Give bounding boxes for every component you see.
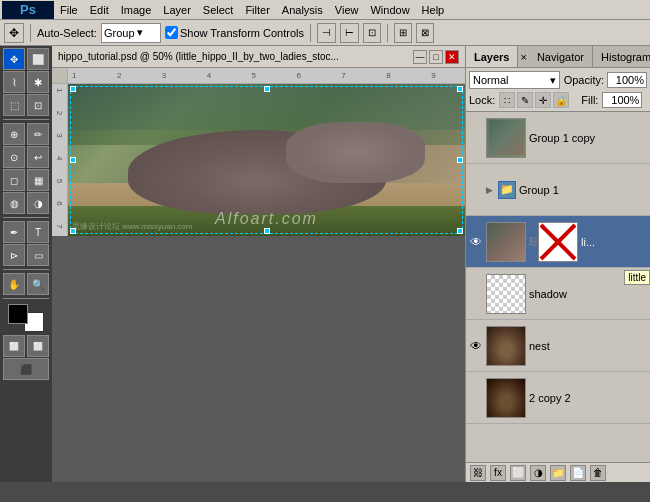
zoom-tool[interactable]: 🔍 <box>27 273 49 295</box>
transform-check-input[interactable] <box>165 26 178 39</box>
menu-analysis[interactable]: Analysis <box>276 0 329 19</box>
layer-eye-group1[interactable] <box>469 183 483 197</box>
dodge-tool[interactable]: ◑ <box>27 192 49 214</box>
layer-mask-btn[interactable]: ⬜ <box>510 465 526 481</box>
ruler-horizontal: 1 2 3 4 5 6 7 8 9 10 <box>68 68 465 84</box>
align-center-btn[interactable]: ⊢ <box>340 23 359 43</box>
transform-handle-tr[interactable] <box>457 86 463 92</box>
menu-view[interactable]: View <box>329 0 365 19</box>
foreground-color-swatch[interactable] <box>8 304 28 324</box>
layer-eye-nest[interactable]: 👁 <box>469 339 483 353</box>
gradient-tool[interactable]: ▦ <box>27 169 49 191</box>
layer-link-btn[interactable]: ⛓ <box>470 465 486 481</box>
marquee-tool[interactable]: ⬜ <box>27 48 49 70</box>
lock-image-btn[interactable]: ✎ <box>517 92 533 108</box>
transform-handle-rm[interactable] <box>457 157 463 163</box>
layer-item-shadow[interactable]: shadow <box>466 268 650 320</box>
menu-edit[interactable]: Edit <box>84 0 115 19</box>
show-transform-label: Show Transform Controls <box>180 27 304 39</box>
lock-position-btn[interactable]: ✛ <box>535 92 551 108</box>
layer-eye-shadow[interactable] <box>469 287 483 301</box>
blur-tool[interactable]: ◍ <box>3 192 25 214</box>
distribute-center-btn[interactable]: ⊠ <box>416 23 434 43</box>
distribute-left-btn[interactable]: ⊞ <box>394 23 412 43</box>
lock-label: Lock: <box>469 94 495 106</box>
canvas-window: hippo_tutorial.psd @ 50% (little_hippo_I… <box>52 46 465 482</box>
transform-handle-tl[interactable] <box>70 86 76 92</box>
menu-window[interactable]: Window <box>364 0 415 19</box>
layer-item-2copy2[interactable]: 2 copy 2 <box>466 372 650 424</box>
lock-all-btn[interactable]: 🔒 <box>553 92 569 108</box>
menu-file[interactable]: File <box>54 0 84 19</box>
slice-tool[interactable]: ⊡ <box>27 94 49 116</box>
opacity-input[interactable] <box>607 72 647 88</box>
menu-image[interactable]: Image <box>115 0 158 19</box>
panel-tabs: Layers × Navigator Histogram <box>466 46 650 68</box>
move-tool[interactable]: ✥ <box>3 48 25 70</box>
crop-tool[interactable]: ⬚ <box>3 94 25 116</box>
transform-handle-bm[interactable] <box>264 228 270 234</box>
canvas-close-btn[interactable]: ✕ <box>445 50 459 64</box>
transform-handle-br[interactable] <box>457 228 463 234</box>
magic-wand-tool[interactable]: ✱ <box>27 71 49 93</box>
opacity-inline: Opacity: <box>564 72 647 88</box>
layer-item-group1[interactable]: ▶ 📁 Group 1 <box>466 164 650 216</box>
shape-tool[interactable]: ▭ <box>27 244 49 266</box>
ruler-corner <box>52 68 68 84</box>
layer-item-nest[interactable]: 👁 nest <box>466 320 650 372</box>
layer-eye-little[interactable]: 👁 <box>469 235 483 249</box>
eraser-tool[interactable]: ◻ <box>3 169 25 191</box>
layer-new-btn[interactable]: 📄 <box>570 465 586 481</box>
layer-group-btn[interactable]: 📁 <box>550 465 566 481</box>
opacity-label: Opacity: <box>564 74 604 86</box>
hippo-head <box>286 122 425 183</box>
tab-layers[interactable]: Layers <box>466 46 518 67</box>
lock-icons-group: ∷ ✎ ✛ 🔒 <box>499 92 569 108</box>
menu-select[interactable]: Select <box>197 0 240 19</box>
layer-style-btn[interactable]: fx <box>490 465 506 481</box>
transform-handle-tm[interactable] <box>264 86 270 92</box>
canvas-maximize-btn[interactable]: □ <box>429 50 443 64</box>
canvas-image-wrapper[interactable]: Alfoart.com 思缘设计论坛 www.missyuan.com <box>68 84 465 236</box>
canvas-minimize-btn[interactable]: — <box>413 50 427 64</box>
tab-histogram[interactable]: Histogram <box>593 46 650 67</box>
pen-tool[interactable]: ✒ <box>3 221 25 243</box>
auto-select-value: Group <box>104 27 135 39</box>
lasso-tool[interactable]: ⌇ <box>3 71 25 93</box>
layer-name-2copy2: 2 copy 2 <box>529 392 647 404</box>
tools-separator-2 <box>3 217 49 218</box>
layer-adj-btn[interactable]: ◑ <box>530 465 546 481</box>
menu-filter[interactable]: Filter <box>239 0 275 19</box>
text-tool[interactable]: T <box>27 221 49 243</box>
history-tool[interactable]: ↩ <box>27 146 49 168</box>
fill-label: Fill: <box>581 94 598 106</box>
menu-help[interactable]: Help <box>416 0 451 19</box>
align-left-btn[interactable]: ⊣ <box>317 23 336 43</box>
layer-item-little[interactable]: 👁 ⛓ <box>466 216 650 268</box>
menu-layer[interactable]: Layer <box>157 0 197 19</box>
layer-eye-group1copy[interactable] <box>469 131 483 145</box>
fill-input[interactable] <box>602 92 642 108</box>
quick-mask-btn[interactable]: ⬜ <box>27 335 49 357</box>
path-select-tool[interactable]: ⊳ <box>3 244 25 266</box>
hand-tool[interactable]: ✋ <box>3 273 25 295</box>
move-tool-btn[interactable]: ✥ <box>4 23 24 43</box>
auto-select-dropdown[interactable]: Group ▾ <box>101 23 161 43</box>
healing-tool[interactable]: ⊕ <box>3 123 25 145</box>
align-right-btn[interactable]: ⊡ <box>363 23 381 43</box>
layer-eye-2copy2[interactable] <box>469 391 483 405</box>
canvas-image: Alfoart.com 思缘设计论坛 www.missyuan.com <box>68 84 465 236</box>
lock-pixels-btn[interactable]: ∷ <box>499 92 515 108</box>
layer-delete-btn[interactable]: 🗑 <box>590 465 606 481</box>
blend-mode-dropdown[interactable]: Normal ▾ <box>469 71 560 89</box>
show-transform-checkbox[interactable]: Show Transform Controls <box>165 26 304 39</box>
brush-tool[interactable]: ✏ <box>27 123 49 145</box>
clone-tool[interactable]: ⊙ <box>3 146 25 168</box>
toolbar-separator-2 <box>310 24 311 42</box>
toolbar: ✥ Auto-Select: Group ▾ Show Transform Co… <box>0 20 650 46</box>
transform-handle-lm[interactable] <box>70 157 76 163</box>
tab-navigator[interactable]: Navigator <box>529 46 593 67</box>
standard-mode-btn[interactable]: ⬜ <box>3 335 25 357</box>
layer-item-group1copy[interactable]: Group 1 copy <box>466 112 650 164</box>
screen-mode-btn[interactable]: ⬛ <box>3 358 49 380</box>
